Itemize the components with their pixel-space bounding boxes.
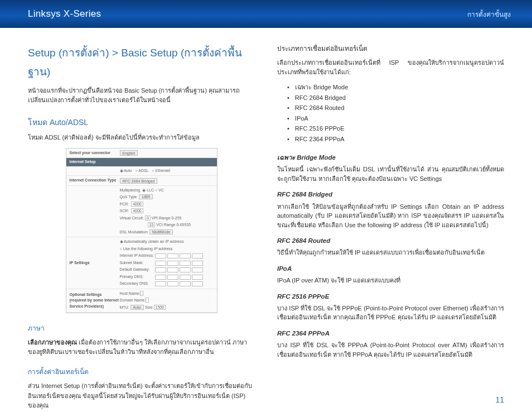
page-header: Linksys X-Series การตั้งค่าขั้นสูง — [0, 0, 532, 28]
shot-scr: SCR: — [120, 209, 129, 213]
header-title: Linksys X-Series — [28, 8, 101, 20]
shot-dsl: DSL Modulation: — [120, 230, 149, 234]
intro-text: หน้าจอแรกที่จะปรากฏขึ้นคือหน้าจอ Basic S… — [28, 86, 255, 104]
shot-conn-val: RFC 2684 Bridged — [120, 178, 158, 184]
page-number: 11 — [495, 395, 504, 404]
internet-text: ส่วน Internet Setup (การตั้งค่าอินเทอร์เ… — [28, 381, 255, 410]
shot-opt-adsl: ADSL — [138, 169, 148, 173]
header-subtitle: การตั้งค่าขั้นสูง — [467, 9, 511, 20]
page-body: Setup (การตั้งค่า) > Basic Setup (การตั้… — [0, 28, 532, 410]
conn-type-list: เฉพาะ Bridge Mode RFC 2684 Bridged RFC 2… — [287, 82, 504, 144]
shot-opt: Optional Settings (required by some Inte… — [70, 292, 120, 310]
language-heading: ภาษา — [28, 323, 255, 333]
shot-lang-val: English — [120, 150, 138, 156]
sub-2684r-h: RFC 2684 Routed — [277, 236, 504, 246]
language-bold: เลือกภาษาของคุณ — [28, 339, 77, 346]
shot-section-bar: Internet Setup — [66, 158, 217, 166]
settings-screenshot: Select your connectorEnglish Internet Se… — [66, 148, 217, 314]
shot-qos: QoS Type — [120, 195, 137, 199]
sub-2684r-p: วิธีนี้ทำให้คุณถูกกำหนดให้ใช้ IP แอดเดรส… — [277, 248, 504, 257]
list-item: RFC 2516 PPPoE — [287, 123, 504, 134]
list-item: RFC 2364 PPPoA — [287, 134, 504, 145]
sub-pppoa-h: RFC 2364 PPPoA — [277, 329, 504, 338]
shot-opt-auto: Auto — [124, 169, 132, 173]
mode-heading: โหมด Auto/ADSL — [28, 117, 255, 128]
language-text: เลือกภาษาของคุณ เมื่อต้องการใช้ภาษาอื่นๆ… — [28, 338, 255, 357]
list-item: เฉพาะ Bridge Mode — [287, 82, 504, 93]
sub-pppoe-p: บาง ISP ที่ใช้ DSL จะใช้ PPPoE (Point-to… — [277, 304, 504, 322]
right-column: ประเภทการเชื่อมต่ออินเทอร์เน็ต เลือกประเ… — [277, 44, 504, 410]
list-item: RFC 2684 Bridged — [287, 93, 504, 103]
shot-mpx: Multiplexing — [120, 188, 141, 192]
sub-pppoa-p: บาง ISP ที่ใช้ DSL จะใช้ PPPoA (Point-to… — [277, 341, 504, 359]
sub-pppoe-h: RFC 2516 PPPoE — [277, 292, 504, 301]
shot-vc: Virtual Circuit: — [120, 216, 144, 220]
sub-2684b-h: RFC 2684 Bridged — [277, 190, 504, 199]
list-item: RFC 2684 Routed — [287, 103, 504, 113]
conn-type-text: เลือกประเภทการเชื่อมต่ออินเทอร์เน็ตที่ I… — [277, 58, 504, 76]
sub-2684b-p: หากเลือกใช้ ให้ป้อนข้อมูลที่ถูกต้องสำหรั… — [277, 202, 504, 230]
sub-bridge-h: เฉพาะ Bridge Mode — [277, 153, 504, 162]
shot-conn-label: Internet Connection Type — [70, 178, 120, 184]
sub-bridge-p: ในโหมดนี้ เฉพาะฟังก์ชันโมเด็ม DSL เท่านั… — [277, 165, 504, 183]
internet-heading: การตั้งค่าอินเทอร์เน็ต — [28, 367, 255, 377]
shot-opt-eth: Ethernet — [156, 169, 170, 173]
page-title: Setup (การตั้งค่า) > Basic Setup (การตั้… — [28, 44, 255, 82]
sub-ipoa-h: IPoA — [277, 264, 504, 274]
left-column: Setup (การตั้งค่า) > Basic Setup (การตั้… — [28, 44, 255, 410]
list-item: IPoA — [287, 113, 504, 124]
sub-ipoa-p: IPoA (IP over ATM) จะใช้ IP แอดเดรสแบบคง… — [277, 276, 504, 285]
conn-type-heading: ประเภทการเชื่อมต่ออินเทอร์เน็ต — [277, 44, 504, 54]
shot-ips: IP Settings — [70, 260, 120, 266]
shot-pcr: PCR: — [120, 202, 129, 206]
shot-lang-label: Select your connector — [70, 150, 120, 156]
mode-desc: โหมด ADSL (ค่าดีฟอลต์) จะมีฟิลด์ต่อไปนี้… — [28, 133, 255, 142]
